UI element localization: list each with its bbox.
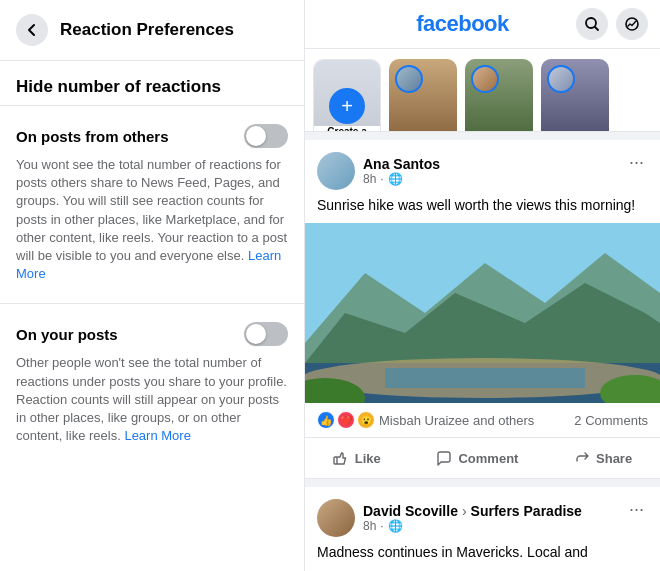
author-avatar-1: [317, 152, 355, 190]
reaction-emojis: 👍 ❤️ 😮: [317, 411, 375, 429]
topbar-icons: [576, 8, 648, 40]
messenger-button[interactable]: [616, 8, 648, 40]
share-icon: [574, 450, 590, 466]
left-header: Reaction Preferences: [0, 0, 304, 61]
author-avatar-2: [317, 499, 355, 537]
post-text-1: Sunrise hike was well worth the views th…: [305, 196, 660, 224]
post-meta-1: 8h · 🌐: [363, 172, 440, 186]
facebook-logo: facebook: [416, 11, 509, 37]
author-name-row-2: David Scoville › Surfers Paradise: [363, 503, 582, 519]
topbar: facebook: [305, 0, 660, 49]
love-emoji: ❤️: [337, 411, 355, 429]
author-info-1: Ana Santos 8h · 🌐: [363, 156, 440, 186]
messenger-icon: [624, 16, 640, 32]
post-card-1: Ana Santos 8h · 🌐 ··· Sunrise hike was w…: [305, 140, 660, 480]
create-story-item[interactable]: + Create a Story: [313, 59, 381, 132]
story-avatar-2: [471, 65, 499, 93]
post-reactions-1: 👍 ❤️ 😮 Misbah Uraizee and others 2 Comme…: [305, 403, 660, 438]
posts-from-others-desc: You wont see the total number of reactio…: [0, 156, 304, 299]
wow-emoji: 😮: [357, 411, 375, 429]
post-author-2: David Scoville › Surfers Paradise 8h · 🌐: [317, 499, 582, 537]
create-story-icon: +: [329, 88, 365, 124]
story-item-2[interactable]: Brad Birdsall: [465, 59, 533, 132]
post-meta-2: 8h · 🌐: [363, 519, 582, 533]
post-header-2: David Scoville › Surfers Paradise 8h · 🌐…: [305, 487, 660, 543]
back-icon: [24, 22, 40, 38]
post-destination: Surfers Paradise: [471, 503, 582, 519]
story-avatar-1: [395, 65, 423, 93]
svg-rect-10: [385, 368, 585, 388]
post-header-1: Ana Santos 8h · 🌐 ···: [305, 140, 660, 196]
like-button[interactable]: Like: [317, 442, 397, 474]
on-your-posts-learn-more[interactable]: Learn More: [124, 428, 190, 443]
post-actions-1: Like Comment Share: [305, 438, 660, 479]
like-icon: [333, 450, 349, 466]
svg-line-1: [595, 27, 598, 30]
back-button[interactable]: [16, 14, 48, 46]
left-panel: Reaction Preferences Hide number of reac…: [0, 0, 305, 571]
on-your-posts-row: On your posts: [0, 308, 304, 354]
share-label: Share: [596, 451, 632, 466]
on-your-posts-desc: Other people won't see the total number …: [0, 354, 304, 461]
comments-count: 2 Comments: [574, 413, 648, 428]
like-emoji: 👍: [317, 411, 335, 429]
on-your-posts-label: On your posts: [16, 326, 118, 343]
post-author-1: Ana Santos 8h · 🌐: [317, 152, 440, 190]
author-name-1: Ana Santos: [363, 156, 440, 172]
reaction-summary: 👍 ❤️ 😮 Misbah Uraizee and others: [317, 411, 534, 429]
on-your-posts-toggle[interactable]: [244, 322, 288, 346]
comment-button[interactable]: Comment: [420, 442, 534, 474]
post-card-2: David Scoville › Surfers Paradise 8h · 🌐…: [305, 487, 660, 571]
mountain-svg: [305, 223, 660, 403]
story-item-3[interactable]: Blanc Romu: [541, 59, 609, 132]
search-icon: [584, 16, 600, 32]
posts-from-others-row: On posts from others: [0, 110, 304, 156]
divider-2: [0, 303, 304, 304]
story-item-1[interactable]: Renee Glenn: [389, 59, 457, 132]
story-avatar-3: [547, 65, 575, 93]
post-more-button-2[interactable]: ···: [625, 499, 648, 520]
panel-title: Reaction Preferences: [60, 20, 234, 40]
posts-from-others-label: On posts from others: [16, 128, 169, 145]
author-name-2: David Scoville: [363, 503, 458, 519]
section-title: Hide number of reactions: [0, 61, 304, 101]
post-text-2: Madness continues in Mavericks. Local an…: [305, 543, 660, 571]
author-arrow: ›: [462, 503, 467, 519]
comment-icon: [436, 450, 452, 466]
reactions-text: Misbah Uraizee and others: [379, 413, 534, 428]
stories-row: + Create a Story Renee Glenn Brad Birdsa…: [305, 49, 660, 132]
author-info-2: David Scoville › Surfers Paradise 8h · 🌐: [363, 503, 582, 533]
like-label: Like: [355, 451, 381, 466]
post-more-button-1[interactable]: ···: [625, 152, 648, 173]
comment-label: Comment: [458, 451, 518, 466]
svg-point-2: [626, 18, 638, 30]
right-panel: facebook + Create a St: [305, 0, 660, 571]
share-button[interactable]: Share: [558, 442, 648, 474]
posts-from-others-toggle[interactable]: [244, 124, 288, 148]
divider-1: [0, 105, 304, 106]
post-image-1: [305, 223, 660, 403]
search-button[interactable]: [576, 8, 608, 40]
